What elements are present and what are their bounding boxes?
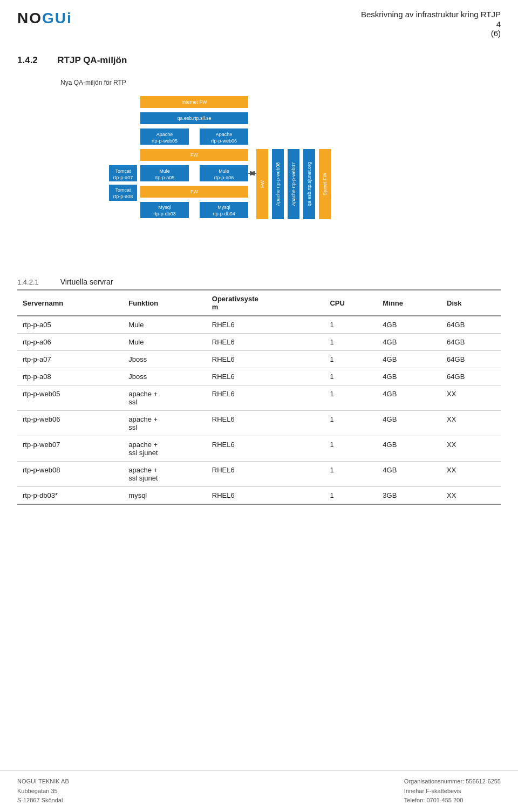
sjunet-fw-label: Sjunet FW [322,172,328,195]
table-row: rtp-p-a05MuleRHEL614GB64GB [17,316,501,334]
table-cell: 4GB [377,411,441,436]
table-cell: RHEL6 [207,462,325,487]
subsection-number: 1.4.2.1 [17,278,39,286]
internet-fw-label: Internet FW [181,99,207,105]
tomcat-a07-label2: rtp-p-a07 [113,175,133,180]
header-right: Beskrivning av infrastruktur kring RTJP … [361,10,501,38]
mysql-db04-label1: Mysql [217,205,230,210]
tomcat-a08-label2: rtp-p-a08 [113,194,133,199]
footer-company: NOGUI TEKNIK AB [17,777,69,787]
mysql-db04-label2: rtp-p-db04 [213,211,235,216]
footer-telefon: Telefon: 0701-455 200 [404,796,501,806]
table-cell: 64GB [441,316,501,334]
diagram-container: Internet FW qa.esb.rtp.sll.se Apache rtp… [17,92,501,265]
footer-right: Organisationsnummer: 556612-6255 Innehar… [404,777,501,806]
table-cell: 4GB [377,462,441,487]
table-cell: mysql [123,487,207,505]
mule-a06-label2: rtp-p-a06 [214,175,234,180]
fw-top-label: FW [190,152,198,158]
table-cell: 1 [324,385,377,411]
table-header-row: Servernamn Funktion Operativsystem CPU M… [17,290,501,316]
table-cell: 1 [324,334,377,351]
mule-a05-label2: rtp-p-a05 [155,175,175,180]
apache-web05-label2: rtp-p-web05 [152,138,178,144]
table-cell: 4GB [377,436,441,462]
table-cell: 1 [324,411,377,436]
table-row: rtp-p-web08apache +ssl sjunetRHEL614GBXX [17,462,501,487]
diagram-svg: Internet FW qa.esb.rtp.sll.se Apache rtp… [108,92,410,265]
table-cell: RHEL6 [207,385,325,411]
footer: NOGUI TEKNIK AB Kubbegatan 35 S-12867 Sk… [0,770,518,812]
table-cell: Mule [123,316,207,334]
table-cell: XX [441,462,501,487]
table-cell: 64GB [441,368,501,385]
servers-table: Servernamn Funktion Operativsystem CPU M… [17,289,501,505]
table-cell: RHEL6 [207,436,325,462]
table-cell: rtp-p-a06 [17,334,123,351]
footer-city: S-12867 Sköndal [17,796,69,806]
tomcat-a07-label1: Tomcat [115,168,131,174]
table-cell: 1 [324,316,377,334]
table-row: rtp-p-web05apache +sslRHEL614GBXX [17,385,501,411]
qa-esb-sjunet-label: qa.esb.rtp.sjunet.org [306,162,312,206]
apache-web06-label1: Apache [216,132,233,137]
doc-title: Beskrivning av infrastruktur kring RTJP [361,10,501,19]
table-container: Servernamn Funktion Operativsystem CPU M… [0,289,518,505]
table-cell: apache +ssl [123,385,207,411]
table-cell: 4GB [377,368,441,385]
table-cell: rtp-p-web06 [17,411,123,436]
section-heading: 1.4.2 RTJP QA-miljön [0,38,518,66]
table-cell: 1 [324,351,377,368]
col-os: Operativsystem [207,290,325,316]
fw-middle-label: FW [260,180,265,188]
col-funktion: Funktion [123,290,207,316]
mule-a05-label1: Mule [159,168,170,174]
table-cell: RHEL6 [207,487,325,505]
table-cell: 64GB [441,334,501,351]
table-cell: Jboss [123,368,207,385]
table-cell: 4GB [377,316,441,334]
table-cell: XX [441,411,501,436]
header: NOGUi Beskrivning av infrastruktur kring… [0,0,518,38]
table-cell: RHEL6 [207,351,325,368]
table-cell: rtp-p-a05 [17,316,123,334]
table-cell: 1 [324,368,377,385]
table-cell: XX [441,487,501,505]
logo: NOGUi [17,10,72,27]
table-cell: Jboss [123,351,207,368]
table-cell: 1 [324,462,377,487]
subsection-heading: 1.4.2.1 Virtuella servrar [0,273,518,289]
table-row: rtp-p-a08JbossRHEL614GB64GB [17,368,501,385]
table-row: rtp-p-db03*mysqlRHEL613GBXX [17,487,501,505]
page-number: 4(6) [361,19,501,38]
logo-no: NO [17,10,42,26]
diagram-area: Nya QA-miljön för RTP Internet FW qa.esb… [0,66,518,273]
table-row: rtp-p-web06apache +sslRHEL614GBXX [17,411,501,436]
table-cell: rtp-p-a08 [17,368,123,385]
table-cell: apache +ssl [123,411,207,436]
apache-web05-label1: Apache [156,132,173,137]
table-cell: RHEL6 [207,334,325,351]
col-servernamn: Servernamn [17,290,123,316]
col-disk: Disk [441,290,501,316]
table-cell: rtp-p-db03* [17,487,123,505]
table-cell: apache +ssl sjunet [123,436,207,462]
table-cell: Mule [123,334,207,351]
table-cell: 4GB [377,334,441,351]
table-row: rtp-p-a07JbossRHEL614GB64GB [17,351,501,368]
table-cell: RHEL6 [207,411,325,436]
table-cell: 3GB [377,487,441,505]
table-cell: XX [441,385,501,411]
table-row: rtp-p-web07apache +ssl sjunetRHEL614GBXX [17,436,501,462]
table-cell: RHEL6 [207,316,325,334]
table-cell: rtp-p-web05 [17,385,123,411]
col-minne: Minne [377,290,441,316]
table-cell: rtp-p-web08 [17,462,123,487]
table-cell: 1 [324,487,377,505]
mule-a06-label1: Mule [219,168,229,174]
footer-innehar: Innehar F-skattebevis [404,787,501,796]
qa-esb-label: qa.esb.rtp.sll.se [177,116,211,121]
footer-address: Kubbegatan 35 [17,787,69,796]
logo-gui: GUi [42,10,72,26]
table-cell: 4GB [377,385,441,411]
